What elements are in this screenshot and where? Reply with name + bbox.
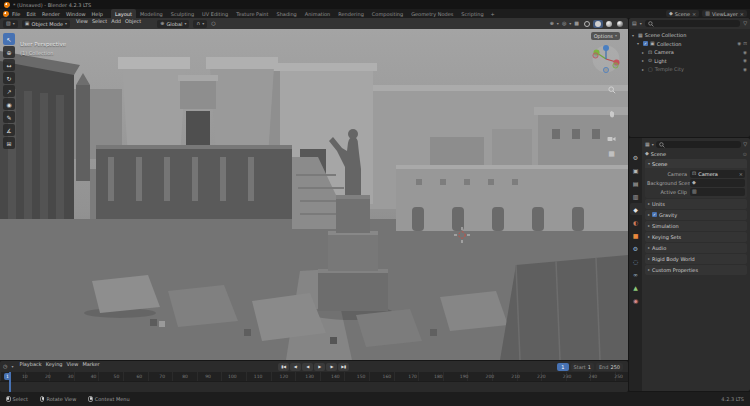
shading-wireframe-button[interactable] — [582, 20, 592, 28]
tool-select-box[interactable]: ↖ — [3, 33, 15, 45]
tool-add-cube[interactable]: ⊞ — [3, 137, 15, 149]
collection-checkbox[interactable]: ✓ — [643, 41, 648, 46]
visibility-icons[interactable]: ◉ — [743, 50, 747, 55]
unlink-scene-button[interactable]: × — [692, 11, 696, 17]
panel-gravity[interactable]: ▸ ✓ Gravity — [645, 210, 747, 220]
proportional-editing-icon[interactable]: ○ — [211, 21, 215, 26]
tab-tool[interactable]: ⚙ — [630, 151, 642, 163]
eye-icon[interactable]: ◉ — [743, 50, 747, 55]
visibility-icons[interactable]: ◉ — [743, 67, 747, 72]
scene-panel-header[interactable]: ▾ Scene — [645, 159, 747, 168]
timeline-editor-icon[interactable]: ◷ — [3, 364, 7, 369]
workspace-tab-sculpting[interactable]: Sculpting — [167, 9, 198, 18]
tab-physics[interactable]: ◌ — [630, 255, 642, 267]
editor-type-button[interactable]: ▧ ▾ — [3, 20, 18, 28]
menubar-menu[interactable]: Edit — [23, 9, 39, 18]
expand-icon[interactable]: ▾ — [632, 33, 636, 38]
eye-icon[interactable]: ◉ — [743, 67, 747, 72]
menubar-menu[interactable]: Render — [39, 9, 63, 18]
expand-icon[interactable]: ▾ — [637, 41, 641, 46]
shading-material-button[interactable] — [604, 20, 614, 28]
tab-object[interactable]: ■ — [630, 229, 642, 241]
expand-icon[interactable]: ▸ — [642, 50, 646, 55]
properties-editor-icon[interactable]: ▦ — [645, 142, 650, 147]
clear-icon[interactable]: × — [739, 171, 743, 177]
workspace-tab-rendering[interactable]: Rendering — [334, 9, 368, 18]
scene-selector[interactable]: ◆ Scene × — [666, 10, 699, 17]
options-dropdown[interactable]: Options ▾ — [591, 32, 620, 40]
panel-simulation[interactable]: ▸ Simulation — [645, 221, 747, 231]
visibility-icons[interactable]: ◉ — [743, 58, 747, 63]
tool-move[interactable]: ↔ — [3, 59, 15, 71]
xray-toggle[interactable]: ▩ — [574, 21, 579, 26]
current-frame-field[interactable]: 1 — [557, 363, 568, 371]
outliner-search-input[interactable] — [645, 20, 740, 27]
timeline-channel[interactable] — [0, 381, 628, 392]
panel-keying-sets[interactable]: ▸ Keying Sets — [645, 232, 747, 242]
mode-dropdown[interactable]: ▣ Object Mode ▾ — [22, 20, 70, 28]
jump-to-start-button[interactable]: ▮◀ — [278, 363, 289, 371]
toggle-ortho-icon[interactable]: ▦ — [608, 151, 615, 158]
timeline-menu[interactable]: View — [65, 361, 81, 372]
tab-material[interactable]: ◉ — [630, 294, 642, 306]
tab-constraints[interactable]: ∞ — [630, 268, 642, 280]
pin-icon[interactable]: ⊙ — [743, 151, 747, 157]
start-frame-field[interactable]: Start 1 — [571, 363, 594, 371]
end-frame-field[interactable]: End 250 — [596, 363, 623, 371]
timeline-menu[interactable]: Marker — [80, 361, 101, 372]
panel-units[interactable]: ▸ Units — [645, 199, 747, 209]
outliner-row-light[interactable]: ▸ ⊙ Light ◉ — [629, 57, 750, 66]
jump-to-end-button[interactable]: ▶▮ — [338, 363, 349, 371]
gravity-checkbox[interactable]: ✓ — [652, 212, 657, 217]
viewlayer-selector[interactable]: ▥ ViewLayer × — [702, 10, 747, 17]
workspace-tab-shading[interactable]: Shading — [272, 9, 300, 18]
workspace-tab-texture-paint[interactable]: Texture Paint — [232, 9, 272, 18]
3d-viewport[interactable]: ↖⊕↔↻↗◉✎∡⊞ User Perspective (1) Collectio… — [0, 29, 628, 360]
transform-orientation-dropdown[interactable]: ⊕ Global ▾ — [157, 20, 189, 28]
workspace-tab-animation[interactable]: Animation — [301, 9, 335, 18]
menubar-menu[interactable]: Help — [89, 9, 106, 18]
viewport-menu[interactable]: View — [74, 18, 90, 29]
snapping-dropdown[interactable]: ∩ ▾ — [193, 20, 207, 28]
tool-measure[interactable]: ∡ — [3, 124, 15, 136]
show-overlays-toggle[interactable]: ◎ — [562, 21, 566, 26]
next-keyframe-button[interactable]: ·▶ — [326, 363, 337, 371]
shading-rendered-button[interactable] — [615, 20, 625, 28]
remove-viewlayer-button[interactable]: × — [740, 11, 744, 17]
workspace-tab-scripting[interactable]: Scripting — [457, 9, 487, 18]
active-clip-dropdown[interactable]: ▥ — [690, 188, 745, 196]
background-scene-dropdown[interactable]: ◆ — [690, 179, 745, 187]
workspace-tab-modeling[interactable]: Modeling — [136, 9, 167, 18]
outliner-row-temple-city[interactable]: ▸ ▢ Temple City ◉ — [629, 65, 750, 74]
panel-custom-properties[interactable]: ▸ Custom Properties — [645, 265, 747, 275]
tab-render[interactable]: ▣ — [630, 164, 642, 176]
tab-data[interactable]: ▲ — [630, 281, 642, 293]
viewport-menu[interactable]: Add — [109, 18, 123, 29]
workspace-tab-compositing[interactable]: Compositing — [368, 9, 407, 18]
panel-audio[interactable]: ▸ Audio — [645, 243, 747, 253]
expand-icon[interactable]: ▸ — [642, 67, 646, 72]
visibility-icons[interactable]: ◉⊡ — [737, 41, 747, 46]
pan-hand-icon[interactable] — [608, 103, 616, 122]
outliner-editor-icon[interactable]: ▤ — [632, 21, 637, 26]
prev-keyframe-button[interactable]: ◀· — [290, 363, 301, 371]
tab-output[interactable]: ▤ — [630, 177, 642, 189]
menubar-menu[interactable]: File — [9, 9, 23, 18]
properties-search-input[interactable] — [656, 141, 741, 148]
viewport-menu[interactable]: Object — [123, 18, 143, 29]
outliner-row-collection[interactable]: ▾ ✓ ▣ Collection ◉⊡ — [629, 40, 750, 49]
render-visibility-icon[interactable]: ⊡ — [743, 41, 747, 46]
show-gizmos-toggle[interactable]: ⊕ — [550, 21, 554, 26]
play-reverse-button[interactable]: ◀ — [302, 363, 313, 371]
tab-modifiers[interactable]: ⚙ — [630, 242, 642, 254]
timeline-menu[interactable]: Keying — [44, 361, 65, 372]
eye-icon[interactable]: ◉ — [743, 58, 747, 63]
tool-transform[interactable]: ◉ — [3, 98, 15, 110]
eye-icon[interactable]: ◉ — [737, 41, 741, 46]
breadcrumb-scene[interactable]: Scene — [651, 151, 666, 157]
workspace-tab-geometry-nodes[interactable]: Geometry Nodes — [407, 9, 457, 18]
camera-value-dropdown[interactable]: ⊡ Camera × — [690, 170, 745, 178]
filter-icon[interactable]: ▽ — [743, 142, 747, 147]
tab-view-layer[interactable]: ▥ — [630, 190, 642, 202]
tool-cursor[interactable]: ⊕ — [3, 46, 15, 58]
